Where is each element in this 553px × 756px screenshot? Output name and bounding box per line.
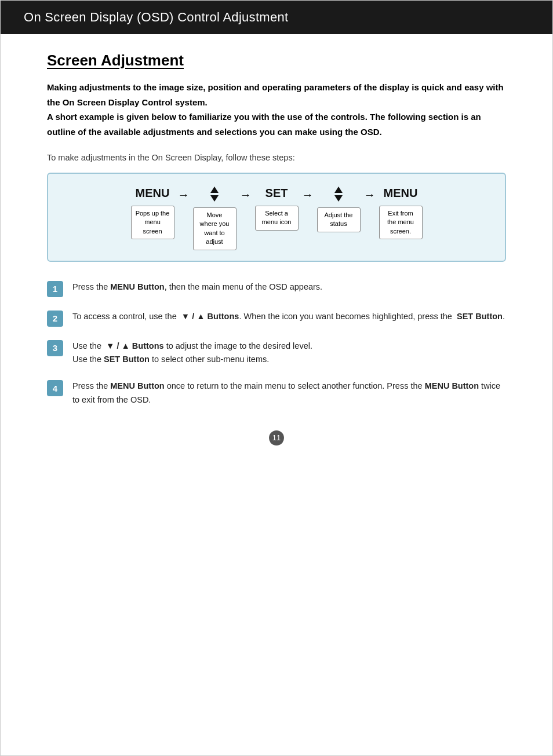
diagram-label-menu-2: MENU (383, 187, 418, 200)
triangle-up-1 (210, 187, 219, 193)
section-title: Screen Adjustment (47, 52, 506, 70)
diagram-caption-menu-1: Pops up the menu screen (131, 206, 174, 239)
intro-text-2: A short example is given below to famili… (47, 112, 481, 137)
step-badge-2: 2 (47, 311, 63, 327)
step-badge-3: 3 (47, 340, 63, 356)
diagram-item-menu-1: MENU Pops up the menu screen (131, 187, 174, 239)
step-badge-4: 4 (47, 380, 63, 396)
diagram-flow-row: MENU Pops up the menu screen → Move wher… (60, 187, 493, 250)
step4-bold-1: MENU Button (110, 381, 164, 390)
diagram-item-menu-2: MENU Exit from the menu screen. (379, 187, 423, 239)
header-title: On Screen Display (OSD) Control Adjustme… (24, 10, 288, 24)
step2-bold-1: ▼ / ▲ Buttons (181, 312, 239, 321)
step-text-2: To access a control, use the ▼ / ▲ Butto… (72, 310, 505, 324)
step-number-2: 2 (53, 313, 57, 323)
step-4: 4 Press the MENU Button once to return t… (47, 379, 506, 407)
step-text-1: Press the MENU Button, then the main men… (72, 280, 322, 294)
steps-container: 1 Press the MENU Button, then the main m… (47, 280, 506, 408)
arrow-2: → (240, 188, 252, 207)
diagram-caption-arrows-1: Move where you want to adjust (193, 207, 237, 250)
step1-bold-1: MENU Button (110, 282, 164, 291)
diagram-item-arrows-2: Adjust the status (317, 187, 361, 232)
step-text-3: Use the ▼ / ▲ Buttons to adjust the imag… (72, 339, 312, 367)
diagram-caption-set: Select a menu icon (255, 206, 299, 231)
arrow-4: → (364, 188, 376, 207)
page-number: 11 (269, 430, 284, 445)
diagram-caption-menu-2: Exit from the menu screen. (379, 206, 423, 239)
osd-diagram: MENU Pops up the menu screen → Move wher… (47, 173, 506, 262)
steps-intro: To make adjustments in the On Screen Dis… (47, 153, 506, 162)
page-content: Screen Adjustment Making adjustments to … (1, 34, 552, 480)
step-text-4: Press the MENU Button once to return to … (72, 379, 506, 407)
arrow-3: → (302, 188, 314, 207)
page-number-container: 11 (47, 430, 506, 445)
diagram-caption-arrows-2: Adjust the status (317, 207, 361, 232)
diagram-item-arrows-1: Move where you want to adjust (193, 187, 237, 250)
step-number-4: 4 (53, 384, 57, 393)
intro-text-1: Making adjustments to the image size, po… (47, 82, 504, 107)
arrow-1: → (178, 188, 190, 207)
step3-bold-1: ▼ / ▲ Buttons (106, 341, 164, 350)
triangle-down-1 (210, 195, 219, 202)
page-header: On Screen Display (OSD) Control Adjustme… (1, 1, 552, 34)
diagram-label-arrows-2 (321, 187, 356, 202)
diagram-label-arrows-1 (197, 187, 232, 202)
diagram-label-set: SET (259, 187, 294, 200)
triangle-down-2 (334, 195, 343, 202)
step-1: 1 Press the MENU Button, then the main m… (47, 280, 506, 297)
step-3: 3 Use the ▼ / ▲ Buttons to adjust the im… (47, 339, 506, 367)
triangle-up-2 (334, 187, 343, 193)
diagram-label-menu-1: MENU (135, 187, 170, 200)
step-2: 2 To access a control, use the ▼ / ▲ But… (47, 310, 506, 327)
step3-bold-2: SET Button (104, 355, 150, 364)
intro-paragraph: Making adjustments to the image size, po… (47, 80, 506, 139)
diagram-item-set: SET Select a menu icon (255, 187, 299, 231)
step4-bold-2: MENU Button (425, 381, 479, 390)
step-badge-1: 1 (47, 281, 63, 297)
step-number-1: 1 (53, 284, 57, 294)
step-number-3: 3 (53, 343, 57, 353)
step2-bold-2: SET Button (457, 312, 503, 321)
